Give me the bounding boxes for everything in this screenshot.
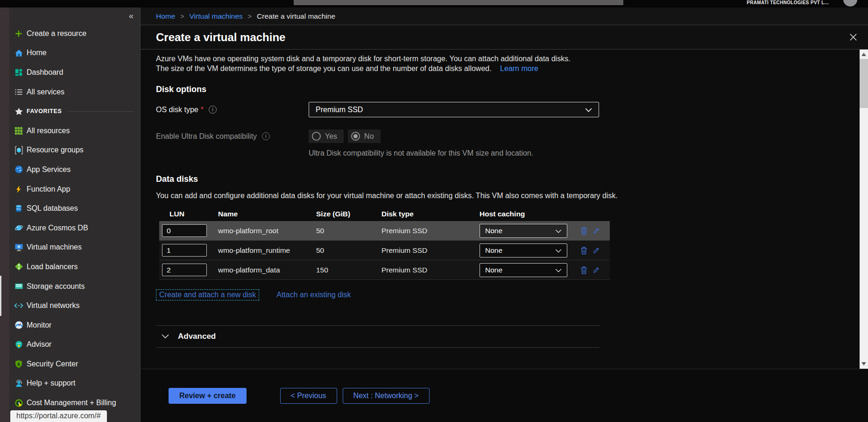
sidebar-item-label: Home <box>27 49 47 57</box>
disk-size: 50 <box>313 227 379 235</box>
intro-line-1: Azure VMs have one operating system disk… <box>156 54 763 64</box>
shield-icon <box>14 359 23 369</box>
table-row: wmo-platform_runtime 50 Premium SSD None <box>159 241 610 260</box>
lun-input[interactable] <box>162 224 207 237</box>
scroll-down-icon[interactable] <box>861 362 866 365</box>
status-url-tooltip: https://portal.azure.com/# <box>10 410 107 422</box>
disk-name: wmo-platform_root <box>215 227 313 235</box>
breadcrumb: Home > Virtual machines > Create a virtu… <box>141 7 868 25</box>
advisor-icon <box>14 340 23 349</box>
top-bar: PRAMATI TECHNOLOGIES PVT L... <box>0 0 868 7</box>
column-header-host-caching: Host caching <box>477 210 576 218</box>
vertical-scrollbar[interactable] <box>860 50 868 369</box>
panel-header: Create a virtual machine <box>141 25 868 50</box>
sidebar-item-sql-databases[interactable]: SQL SQL databases <box>0 199 140 218</box>
list-icon <box>14 87 23 97</box>
breadcrumb-home-link[interactable]: Home <box>156 12 175 21</box>
sidebar-item-app-services[interactable]: App Services <box>0 160 140 179</box>
ultra-disk-note: Ultra Disk compatibility is not availabl… <box>309 149 840 157</box>
sidebar-item-load-balancers[interactable]: Load balancers <box>0 257 140 277</box>
disk-links-row: Create and attach a new disk Attach an e… <box>156 289 840 300</box>
sidebar-item-help-support[interactable]: Help + support <box>0 374 140 393</box>
ultra-disk-yes-radio[interactable]: Yes <box>309 129 344 143</box>
previous-button[interactable]: < Previous <box>280 388 337 404</box>
sidebar-item-create-a-resource[interactable]: Create a resource <box>0 24 140 43</box>
sidebar-item-security-center[interactable]: Security Center <box>0 354 140 374</box>
vm-icon <box>14 243 23 252</box>
info-icon[interactable]: i <box>209 106 217 114</box>
disk-options-heading: Disk options <box>156 85 840 94</box>
close-icon[interactable] <box>849 33 858 42</box>
create-and-attach-disk-link[interactable]: Create and attach a new disk <box>156 289 259 300</box>
sidebar-item-label: Help + support <box>27 379 76 387</box>
avatar[interactable] <box>843 0 857 7</box>
learn-more-link[interactable]: Learn more <box>500 64 538 72</box>
required-asterisk: * <box>201 106 204 114</box>
app-services-icon <box>14 165 23 174</box>
review-create-button[interactable]: Review + create <box>169 388 247 404</box>
cube-icon <box>14 145 23 155</box>
chevron-down-icon <box>162 332 169 341</box>
sidebar-item-resource-groups[interactable]: Resource groups <box>0 141 140 160</box>
disk-size: 50 <box>313 246 379 255</box>
scroll-up-icon[interactable] <box>861 53 866 56</box>
lun-input[interactable] <box>162 264 207 276</box>
grid-icon <box>14 126 23 136</box>
collapse-sidebar-icon[interactable]: « <box>129 11 134 21</box>
search-input[interactable] <box>294 0 623 5</box>
sidebar-item-advisor[interactable]: Advisor <box>0 335 140 355</box>
os-disk-type-row: OS disk type * i Premium SSD <box>156 102 840 117</box>
breadcrumb-virtual-machines-link[interactable]: Virtual machines <box>190 12 243 21</box>
app-shell: « Create a resource Home <box>0 7 868 422</box>
info-icon[interactable]: i <box>262 132 270 140</box>
data-disks-description: You can add and configure additional dat… <box>156 190 656 201</box>
intro-line-2: The size of the VM determines the type o… <box>156 64 763 73</box>
sidebar-item-all-services[interactable]: All services <box>0 82 140 102</box>
sidebar-item-storage-accounts[interactable]: Storage accounts <box>0 277 140 296</box>
chevron-down-icon <box>585 106 592 114</box>
table-row: wmo-platform_data 150 Premium SSD None <box>159 260 610 280</box>
sidebar-item-label: Azure Cosmos DB <box>27 224 88 232</box>
sidebar-item-cost-management[interactable]: $ Cost Management + Billing <box>0 393 140 413</box>
sidebar-item-label: Advisor <box>27 340 51 349</box>
sidebar-item-label: Cost Management + Billing <box>27 399 116 407</box>
sidebar-item-label: Virtual networks <box>27 301 80 310</box>
cost-icon: $ <box>14 398 23 408</box>
favorites-label: FAVORITES <box>27 108 62 114</box>
host-caching-select[interactable]: None <box>480 243 567 257</box>
chevron-down-icon <box>555 246 562 255</box>
disks-tab-content: Azure VMs have one operating system disk… <box>141 50 868 369</box>
wizard-footer: Review + create < Previous Next : Networ… <box>141 369 868 422</box>
delete-disk-icon[interactable] <box>580 266 587 274</box>
sidebar-item-home[interactable]: Home <box>0 43 140 63</box>
sidebar-item-azure-cosmos-db[interactable]: Azure Cosmos DB <box>0 218 140 238</box>
host-caching-select[interactable]: None <box>480 224 567 238</box>
attach-existing-disk-link[interactable]: Attach an existing disk <box>276 291 351 299</box>
lun-input[interactable] <box>162 244 207 257</box>
scrollbar-thumb[interactable] <box>860 59 868 108</box>
ultra-disk-no-radio[interactable]: No <box>348 129 380 143</box>
sidebar-item-all-resources[interactable]: All resources <box>0 121 140 141</box>
sidebar-item-monitor[interactable]: Monitor <box>0 315 140 335</box>
sidebar-item-label: Virtual machines <box>27 243 82 251</box>
disk-name: wmo-platform_runtime <box>215 246 313 255</box>
edit-disk-icon[interactable] <box>593 246 600 254</box>
sidebar-item-dashboard[interactable]: Dashboard <box>0 63 140 82</box>
advanced-expander[interactable]: Advanced <box>156 326 600 347</box>
os-disk-type-select[interactable]: Premium SSD <box>309 102 599 117</box>
sidebar-item-function-app[interactable]: Function App <box>0 179 140 199</box>
sidebar-nav: Create a resource Home Dashboard <box>0 24 140 413</box>
sidebar-item-label: SQL databases <box>27 204 78 213</box>
sidebar-item-virtual-machines[interactable]: Virtual machines <box>0 238 140 257</box>
sidebar-item-virtual-networks[interactable]: Virtual networks <box>0 296 140 315</box>
tenant-name: PRAMATI TECHNOLOGIES PVT L... <box>747 0 829 5</box>
delete-disk-icon[interactable] <box>580 246 587 255</box>
chevron-down-icon <box>555 227 562 235</box>
data-disks-table: LUN Name Size (GiB) Disk type Host cachi… <box>159 207 610 280</box>
os-disk-type-label: OS disk type * i <box>156 106 309 114</box>
delete-disk-icon[interactable] <box>580 227 587 235</box>
edit-disk-icon[interactable] <box>593 227 600 235</box>
edit-disk-icon[interactable] <box>593 266 600 274</box>
host-caching-select[interactable]: None <box>480 263 567 277</box>
next-networking-button[interactable]: Next : Networking > <box>343 388 430 404</box>
